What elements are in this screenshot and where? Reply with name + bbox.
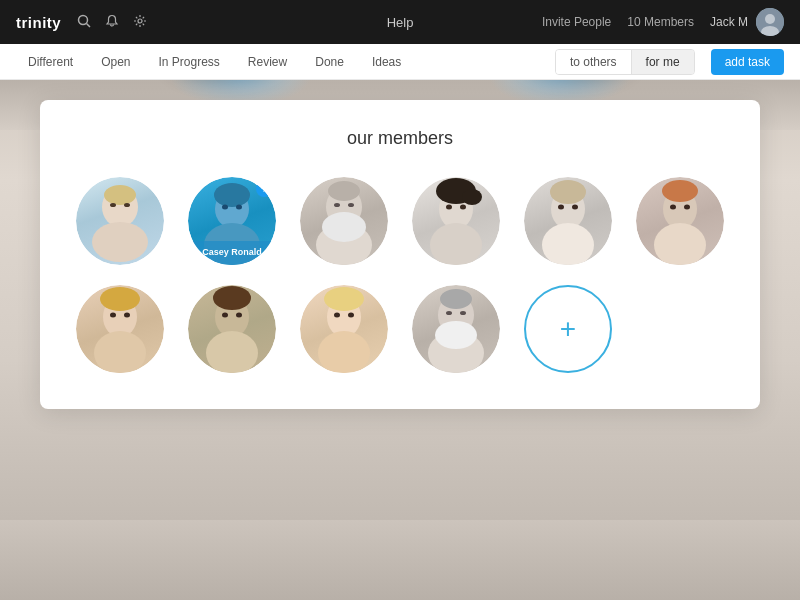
member-avatar	[412, 177, 500, 265]
svg-point-18	[322, 212, 366, 242]
members-card: our members	[40, 100, 760, 409]
svg-point-21	[328, 181, 360, 201]
svg-line-1	[87, 23, 91, 27]
svg-point-4	[765, 14, 775, 24]
svg-point-46	[222, 313, 228, 318]
user-avatar	[756, 8, 784, 36]
svg-point-36	[670, 205, 676, 210]
main-content: our members	[0, 80, 800, 600]
tab-in-progress[interactable]: In Progress	[147, 49, 232, 75]
svg-point-15	[236, 205, 242, 210]
filter-group: to others for me	[555, 49, 695, 75]
svg-point-40	[100, 287, 140, 311]
tab-open[interactable]: Open	[89, 49, 142, 75]
member-avatar	[188, 285, 276, 373]
svg-point-2	[138, 19, 142, 23]
svg-point-50	[324, 287, 364, 311]
tab-review[interactable]: Review	[236, 49, 299, 75]
svg-point-20	[348, 203, 354, 207]
navbar: trinity Help Invite People 10 Members	[0, 0, 800, 44]
svg-point-51	[334, 313, 340, 318]
svg-point-45	[213, 286, 251, 310]
casey-label: Casey Ronald	[188, 241, 276, 265]
casey-add-icon[interactable]: +	[256, 181, 272, 197]
svg-point-56	[440, 289, 472, 309]
member-avatar	[76, 177, 164, 265]
member-item[interactable]	[184, 285, 280, 373]
member-avatar	[76, 285, 164, 373]
navbar-right: Invite People 10 Members Jack M	[542, 8, 784, 36]
member-casey[interactable]: Casey Ronald +	[184, 177, 280, 265]
svg-point-26	[446, 205, 452, 210]
member-item[interactable]	[296, 285, 392, 373]
member-avatar	[636, 177, 724, 265]
svg-point-27	[460, 205, 466, 210]
section-title: our members	[72, 128, 728, 149]
navbar-icons	[77, 14, 542, 31]
svg-point-19	[334, 203, 340, 207]
svg-point-41	[110, 313, 116, 318]
svg-point-44	[206, 331, 258, 373]
svg-point-7	[92, 222, 148, 262]
svg-point-31	[558, 205, 564, 210]
svg-point-23	[430, 223, 482, 265]
svg-point-42	[124, 313, 130, 318]
member-item[interactable]	[520, 177, 616, 265]
member-avatar	[524, 177, 612, 265]
settings-icon[interactable]	[133, 14, 147, 31]
svg-point-57	[446, 311, 452, 315]
svg-point-25	[462, 189, 482, 205]
svg-point-35	[662, 180, 698, 202]
member-item[interactable]	[296, 177, 392, 265]
svg-point-29	[542, 223, 594, 265]
search-icon[interactable]	[77, 14, 91, 31]
svg-point-55	[435, 321, 477, 349]
add-member-button[interactable]: +	[524, 285, 612, 373]
member-item[interactable]	[72, 177, 168, 265]
members-grid: Casey Ronald +	[72, 177, 728, 373]
members-count: 10 Members	[627, 15, 694, 29]
svg-point-14	[222, 205, 228, 210]
brand-logo: trinity	[16, 14, 61, 31]
svg-point-9	[110, 203, 116, 207]
add-member-item[interactable]: +	[520, 285, 616, 373]
member-item[interactable]	[408, 285, 504, 373]
member-item[interactable]	[632, 177, 728, 265]
svg-point-8	[104, 185, 136, 205]
tab-done[interactable]: Done	[303, 49, 356, 75]
svg-point-32	[572, 205, 578, 210]
member-avatar-casey: Casey Ronald +	[188, 177, 276, 265]
member-avatar	[412, 285, 500, 373]
svg-point-0	[79, 15, 88, 24]
svg-point-58	[460, 311, 466, 315]
bell-icon[interactable]	[105, 14, 119, 31]
member-avatar	[300, 177, 388, 265]
member-item[interactable]	[408, 177, 504, 265]
tab-different[interactable]: Different	[16, 49, 85, 75]
user-menu[interactable]: Jack M	[710, 8, 784, 36]
svg-point-13	[214, 183, 250, 207]
invite-people-link[interactable]: Invite People	[542, 15, 611, 29]
member-avatar	[300, 285, 388, 373]
filter-for-me[interactable]: for me	[631, 50, 694, 74]
svg-point-30	[550, 180, 586, 204]
svg-point-47	[236, 313, 242, 318]
help-link[interactable]: Help	[387, 15, 414, 30]
member-item[interactable]	[72, 285, 168, 373]
svg-point-34	[654, 223, 706, 265]
svg-point-37	[684, 205, 690, 210]
svg-point-49	[318, 331, 370, 373]
filter-to-others[interactable]: to others	[556, 50, 631, 74]
tabbar: Different Open In Progress Review Done I…	[0, 44, 800, 80]
svg-point-52	[348, 313, 354, 318]
tab-ideas[interactable]: Ideas	[360, 49, 413, 75]
add-task-button[interactable]: add task	[711, 49, 784, 75]
svg-point-39	[94, 331, 146, 373]
svg-point-10	[124, 203, 130, 207]
